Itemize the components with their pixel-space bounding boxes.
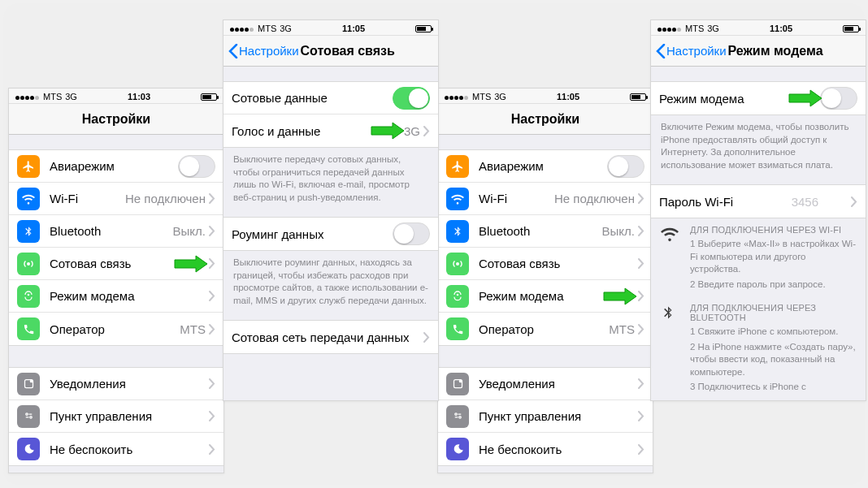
row-cellular[interactable]: Сотовая связь [438, 248, 653, 280]
row-dnd[interactable]: Не беспокоить [9, 433, 224, 465]
carrier-label: MTS [43, 92, 62, 101]
wifi-icon [446, 188, 469, 210]
carrier-row-label: Оператор [479, 322, 609, 336]
row-wifi-password[interactable]: Пароль Wi-Fi 3456 [651, 185, 866, 218]
chevron-right-icon [423, 126, 430, 136]
page-title: Режим модема [728, 44, 823, 58]
dnd-label: Не беспокоить [479, 443, 638, 456]
back-button[interactable]: Настройки [656, 44, 727, 58]
battery-icon [415, 25, 432, 32]
row-cellular-data[interactable]: Сотовые данные [224, 82, 438, 114]
bluetooth-label: Bluetooth [50, 224, 173, 238]
bluetooth-value: Выкл. [173, 224, 206, 238]
row-apn[interactable]: Сотовая сеть передачи данных [224, 321, 438, 353]
bluetooth-icon [17, 220, 40, 243]
cellular-icon [446, 253, 469, 275]
apn-label: Сотовая сеть передачи данных [232, 330, 423, 344]
wifi-label: Wi-Fi [50, 192, 125, 205]
row-notifications[interactable]: Уведомления [438, 368, 653, 400]
battery-icon [201, 93, 217, 101]
cellular-label: Сотовая связь [50, 257, 209, 270]
network-label: 3G [280, 24, 292, 33]
roaming-toggle[interactable] [393, 222, 430, 245]
back-label: Настройки [666, 44, 727, 58]
screen-hotspot: MTS 3G 11:05 Настройки Режим модема Режи… [650, 19, 866, 401]
chevron-right-icon [209, 291, 215, 301]
network-label: 3G [707, 24, 719, 33]
row-cellular[interactable]: Сотовая связь [9, 248, 224, 280]
instructions-wifi-step2: 2 Введите пароль при запросе. [690, 279, 856, 292]
clock: 11:05 [557, 92, 579, 101]
airplane-toggle[interactable] [178, 155, 215, 178]
back-label: Настройки [239, 44, 299, 58]
wifi-icon [17, 188, 40, 210]
row-notifications[interactable]: Уведомления [9, 368, 224, 400]
group-hotspot-toggle: Режим модема [651, 81, 866, 115]
dnd-icon [446, 438, 469, 460]
carrier-value: MTS [609, 322, 635, 336]
row-control-center[interactable]: Пункт управления [9, 400, 224, 433]
group-system: Уведомления Пункт управления Не беспокои… [9, 367, 224, 466]
row-hotspot[interactable]: Режим модема [9, 280, 224, 313]
row-airplane[interactable]: Авиарежим [438, 150, 653, 183]
row-carrier[interactable]: Оператор MTS [9, 313, 224, 345]
phone-icon [17, 317, 40, 340]
battery-icon [630, 93, 646, 101]
row-control-center[interactable]: Пункт управления [438, 400, 653, 433]
chevron-right-icon [423, 332, 430, 343]
row-airplane[interactable]: Авиарежим [9, 150, 224, 183]
group-connectivity: Авиарежим Wi-Fi Не подключен Bluetooth В… [438, 149, 653, 346]
hotspot-note: Включите Режим модема, чтобы позволить i… [651, 115, 866, 179]
wifi-password-mask [830, 196, 848, 206]
chevron-right-icon [638, 378, 644, 389]
chevron-right-icon [209, 324, 215, 335]
cellular-data-toggle[interactable] [393, 87, 430, 110]
clock: 11:03 [128, 92, 150, 101]
network-label: 3G [494, 92, 506, 101]
roaming-note: Выключите роуминг данных, находясь за гр… [224, 251, 438, 315]
navbar: Настройки Сотовая связь [224, 36, 438, 67]
row-carrier[interactable]: Оператор MTS [438, 313, 653, 345]
airplane-label: Авиарежим [479, 159, 607, 173]
row-wifi[interactable]: Wi-Fi Не подключен [438, 183, 653, 215]
row-hotspot[interactable]: Режим модема [438, 280, 653, 313]
page-title: Настройки [9, 112, 224, 127]
notifications-label: Уведомления [50, 377, 209, 391]
notifications-icon [446, 373, 469, 395]
group-celldata: Сотовые данные Голос и данные 3G [224, 81, 438, 148]
notifications-icon [17, 373, 40, 395]
screen-settings-root-2: MTS 3G 11:05 Настройки Авиарежим Wi-Fi Н… [437, 88, 653, 473]
bluetooth-value: Выкл. [602, 224, 635, 238]
signal-dots-icon [230, 24, 254, 33]
notifications-label: Уведомления [479, 377, 638, 391]
airplane-toggle[interactable] [607, 155, 644, 178]
row-bluetooth[interactable]: Bluetooth Выкл. [438, 215, 653, 248]
row-dnd[interactable]: Не беспокоить [438, 433, 653, 465]
group-system: Уведомления Пункт управления Не беспокои… [438, 367, 653, 466]
airplane-icon [446, 155, 469, 178]
cellular-label: Сотовая связь [479, 257, 638, 270]
navbar: Настройки [438, 104, 653, 135]
carrier-label: MTS [472, 92, 491, 101]
network-label: 3G [65, 92, 77, 101]
signal-dots-icon [658, 24, 682, 33]
control-center-icon [17, 405, 40, 428]
svg-point-1 [29, 380, 33, 383]
group-roaming: Роуминг данных [224, 217, 438, 251]
back-button[interactable]: Настройки [228, 44, 299, 58]
chevron-right-icon [638, 291, 644, 301]
airplane-icon [17, 155, 40, 178]
row-bluetooth[interactable]: Bluetooth Выкл. [9, 215, 224, 248]
control-center-label: Пункт управления [479, 409, 638, 423]
hotspot-toggle[interactable] [820, 87, 857, 110]
row-roaming[interactable]: Роуминг данных [224, 218, 438, 250]
group-connectivity: Авиарежим Wi-Fi Не подключен Bluetooth В… [9, 149, 224, 346]
row-voice-data[interactable]: Голос и данные 3G [224, 114, 438, 147]
screen-cellular: MTS 3G 11:05 Настройки Сотовая связь Сот… [223, 19, 439, 401]
instructions-wifi-step1: 1 Выберите «Max-II» в настройках Wi-Fi к… [690, 238, 856, 276]
row-wifi[interactable]: Wi-Fi Не подключен [9, 183, 224, 215]
wifi-password-value: 3456 [792, 195, 818, 209]
row-hotspot-toggle[interactable]: Режим модема [651, 82, 866, 114]
chevron-right-icon [638, 324, 644, 335]
wifi-icon [661, 225, 679, 246]
